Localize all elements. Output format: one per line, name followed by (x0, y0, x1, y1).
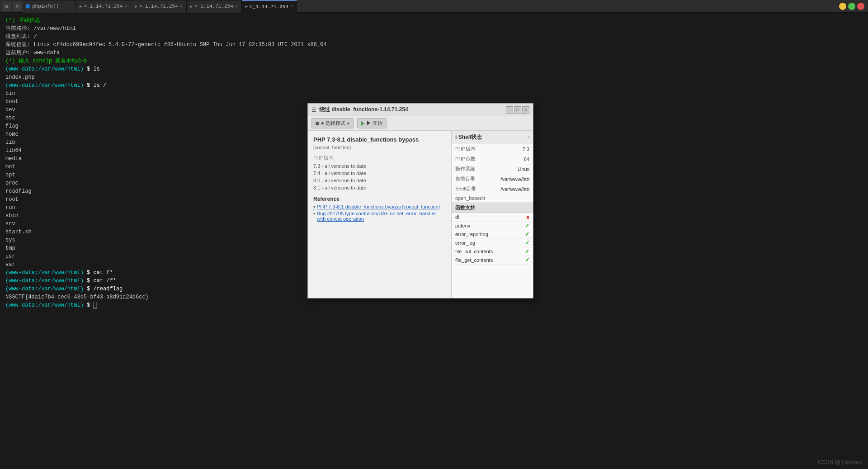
terminal-line: 当前路径: /var/www/html (5, 24, 863, 33)
function-name: error_log (455, 240, 525, 246)
window-controls (839, 3, 866, 10)
row-value: /var/www/htn (500, 176, 529, 182)
tab-label-0: phpinfo() (32, 4, 59, 9)
shell-status-row: 操作系统Linux (452, 164, 533, 174)
modal-minimize-button[interactable]: − (506, 106, 513, 114)
modal-body: PHP 7.3-8.1 disable_functions bypass [co… (308, 131, 533, 298)
shell-status-row: Shell目录/var/www/htn (452, 184, 533, 194)
tab-0[interactable]: 🔵phpinfo() (22, 0, 76, 13)
modal-icon: ☰ (311, 107, 316, 113)
select-mode-button[interactable]: ● 选择模式 ▾ (311, 118, 354, 128)
gear-icon[interactable]: ⚙ (13, 2, 22, 11)
shell-status-header[interactable]: i Shell状态 › (452, 131, 533, 144)
terminal-line: (www-data:/var/www/html) $ █ (5, 301, 863, 309)
shell-status-chevron: › (528, 135, 529, 140)
main-section-title: PHP 7.3-8.1 disable_functions bypass (313, 136, 446, 143)
watermark: CSDN @ | Arcveid (818, 459, 863, 465)
tab-close-2[interactable]: × (180, 4, 183, 9)
row-value: /var/www/htn (500, 186, 529, 192)
modal-title-buttons: − □ × (506, 106, 529, 114)
tab-2[interactable]: ▶>_1.14.71.254× (131, 0, 186, 13)
minimize-button[interactable] (839, 3, 846, 10)
row-label: Shell目录 (455, 185, 476, 192)
shell-status-row: 当前目录/var/www/htn (452, 174, 533, 184)
close-button[interactable] (857, 3, 864, 10)
tab-1[interactable]: ▶>_1.14.71.254× (76, 0, 131, 13)
modal-title: 绕过 disable_functions-1.14.71.254 (319, 106, 503, 114)
tab-close-1[interactable]: × (124, 4, 127, 9)
tab-4[interactable]: ▶>_1.14.71.254× (242, 0, 297, 13)
row-value: 7.3 (523, 147, 529, 152)
tab-icon-2: ▶ (135, 4, 137, 9)
functions-section-title: 函数支持 (452, 203, 533, 213)
function-status: ✓ (525, 223, 529, 229)
terminal-line: 磁盘列表: / (5, 33, 863, 41)
top-bar-left: ⊞ ⚙ (2, 2, 22, 11)
tab-label-2: >_1.14.71.254 (139, 4, 178, 9)
tab-icon-4: ▶ (245, 4, 248, 9)
version-list: 7.3 - all versions to date7.4 - all vers… (313, 162, 446, 191)
terminal-line: index.php (5, 73, 863, 81)
row-label: 当前目录 (455, 175, 475, 182)
terminal[interactable]: (*) 基础信息当前路径: /var/www/html磁盘列表: /系统信息: … (0, 13, 868, 469)
function-row: error_reporting✓ (452, 230, 533, 239)
tab-label-4: >_1.14.71.254 (250, 4, 288, 9)
modal-toolbar: ● 选择模式 ▾ ▶ 开始 (308, 116, 533, 131)
row-value: Linux (518, 166, 529, 172)
shell-status-row: open_basedir (452, 194, 533, 203)
version-item: 8.0 - all versions to date (313, 177, 446, 184)
function-name: dl (455, 214, 526, 220)
version-item: 8.1 - all versions to date (313, 184, 446, 191)
modal-right-panel: i Shell状态 › PHP版本7.3PHP位数64操作系统Linux当前目录… (452, 131, 533, 298)
function-row: file_get_contents✓ (452, 256, 533, 265)
shell-status-row: PHP位数64 (452, 154, 533, 164)
function-row: putenv✓ (452, 222, 533, 230)
row-label: PHP位数 (455, 156, 476, 162)
tab-icon-0: 🔵 (25, 4, 30, 9)
modal-dialog[interactable]: ☰ 绕过 disable_functions-1.14.71.254 − □ ×… (307, 103, 533, 298)
shell-status-row: PHP版本7.3 (452, 144, 533, 154)
function-status: ✓ (525, 248, 529, 255)
function-rows: dlxputenv✓error_reporting✓error_log✓file… (452, 213, 533, 265)
function-status: ✓ (525, 257, 529, 263)
tab-label-3: >_1.14.71.254 (194, 4, 233, 9)
terminal-line: (*) 基础信息 (5, 16, 863, 24)
version-item: 7.3 - all versions to date (313, 162, 446, 170)
function-row: dlx (452, 213, 533, 222)
maximize-button[interactable] (848, 3, 855, 10)
function-row: error_log✓ (452, 239, 533, 247)
function-status: ✓ (525, 240, 529, 246)
reference-links: PHP 7.3-8.1 disable_functions bypass [co… (313, 204, 446, 222)
windows-icon: ⊞ (2, 2, 11, 11)
tab-icon-3: ▶ (190, 4, 193, 9)
version-item: 7.4 - all versions to date (313, 170, 446, 177)
tab-close-3[interactable]: × (235, 4, 238, 9)
select-mode-dot (316, 122, 319, 125)
modal-close-button[interactable]: × (522, 106, 529, 114)
tab-close-4[interactable]: × (290, 4, 293, 9)
tabs-area: 🔵phpinfo()▶>_1.14.71.254×▶>_1.14.71.254×… (22, 0, 839, 13)
row-label: open_basedir (455, 195, 486, 201)
terminal-line: (www-data:/var/www/html) $ ls (5, 65, 863, 73)
function-name: file_get_contents (455, 257, 525, 263)
modal-restore-button[interactable]: □ (514, 106, 521, 114)
function-row: file_put_contents✓ (452, 247, 533, 256)
row-label: PHP版本 (455, 146, 476, 152)
terminal-line: 当前用户: www-data (5, 49, 863, 57)
function-status: x (526, 214, 529, 220)
reference-link-0[interactable]: PHP 7.3-8.1 disable_functions bypass [co… (313, 204, 446, 209)
modal-titlebar[interactable]: ☰ 绕过 disable_functions-1.14.71.254 − □ × (308, 104, 533, 116)
reference-title: Reference (313, 196, 446, 202)
start-label: ▶ 开始 (366, 120, 382, 127)
function-name: file_put_contents (455, 249, 525, 254)
terminal-line: bin (5, 90, 863, 98)
terminal-line: (*) 输入 ashelp 查看本地命令 (5, 57, 863, 65)
reference-link-1[interactable]: Bug #81705 type confusion/UAF on set_err… (313, 211, 446, 222)
function-name: error_reporting (455, 232, 525, 237)
php-version-label: PHP版本 (313, 155, 446, 161)
tab-3[interactable]: ▶>_1.14.71.254× (187, 0, 242, 13)
start-button[interactable]: ▶ 开始 (357, 118, 387, 128)
start-triangle (361, 121, 364, 126)
terminal-line: (www-data:/var/www/html) $ ls / (5, 81, 863, 90)
terminal-line: 系统信息: Linux cf4dcc699ec94fec 5.4.0-77-ge… (5, 41, 863, 49)
